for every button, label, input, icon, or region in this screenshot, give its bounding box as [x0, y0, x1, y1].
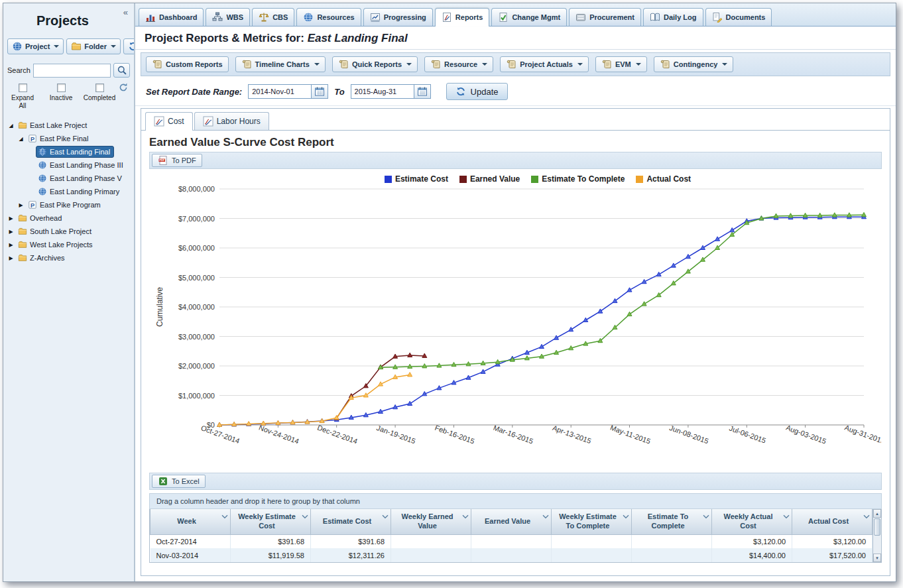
- subtab-cost[interactable]: Cost: [145, 112, 193, 131]
- quick-reports-button[interactable]: Quick Reports: [332, 56, 418, 72]
- to-excel-button[interactable]: To Excel: [152, 475, 206, 488]
- table-row[interactable]: Oct-27-2014$391.68$391.68$3,120.00$3,120…: [150, 534, 873, 548]
- folder-menu-button[interactable]: Folder: [66, 38, 121, 54]
- group-by-bar[interactable]: Drag a column header and drop it here to…: [149, 493, 882, 509]
- filter-expand-all[interactable]: Expand All: [7, 84, 38, 109]
- project-p-icon: P: [28, 134, 37, 143]
- column-menu-icon[interactable]: [462, 512, 469, 522]
- column-header-estimate-to-complete[interactable]: Estimate To Complete: [632, 509, 712, 534]
- tree-item-east-pike-final[interactable]: ◢PEast Pike Final: [5, 132, 133, 145]
- from-date-calendar-button[interactable]: [312, 84, 328, 99]
- tree-node: East Lake Project: [16, 119, 91, 131]
- search-icon: [117, 65, 127, 76]
- to-date-calendar-button[interactable]: [414, 84, 431, 99]
- chevron-down-icon: [54, 45, 59, 48]
- filter-inactive[interactable]: Inactive: [46, 84, 76, 109]
- column-header-actual-cost[interactable]: Actual Cost: [792, 509, 873, 534]
- tab-resources[interactable]: Resources: [296, 8, 361, 26]
- svg-text:$5,000,000: $5,000,000: [178, 274, 215, 282]
- to-pdf-button[interactable]: PDF To PDF: [152, 154, 202, 167]
- subtab-labor-hours[interactable]: Labor Hours: [194, 112, 269, 130]
- tree-expander-icon[interactable]: ▶: [7, 229, 15, 235]
- filter-completed[interactable]: Completed: [84, 84, 115, 109]
- svg-text:Dec-22-2014: Dec-22-2014: [316, 424, 359, 445]
- tab-procurement[interactable]: Procurement: [569, 8, 641, 26]
- sync-button[interactable]: [123, 38, 135, 54]
- column-header-week[interactable]: Week: [150, 509, 231, 534]
- column-header-weekly-estimate-to-complete[interactable]: Weekly Estimate To Complete: [552, 509, 632, 534]
- column-menu-icon[interactable]: [703, 512, 709, 522]
- update-button[interactable]: Update: [446, 83, 508, 100]
- globe-icon: [12, 41, 23, 52]
- tree-item-z-archives[interactable]: ▶Z-Archives: [5, 251, 133, 265]
- tree-item-overhead[interactable]: ▶Overhead: [5, 211, 133, 225]
- column-menu-icon[interactable]: [623, 512, 629, 522]
- report-scroll-icon: [241, 59, 252, 70]
- column-header-weekly-actual-cost[interactable]: Weekly Actual Cost: [712, 509, 792, 534]
- evm-button[interactable]: EVM: [595, 56, 647, 72]
- tree-expander-icon[interactable]: ▶: [7, 215, 15, 221]
- tree-item-east-landing-final[interactable]: East Landing Final: [5, 145, 133, 158]
- timeline-charts-button[interactable]: Timeline Charts: [235, 56, 326, 72]
- tab-reports[interactable]: Reports: [435, 8, 490, 27]
- checkbox[interactable]: [57, 84, 66, 92]
- tree-expander-icon[interactable]: ◢: [7, 123, 15, 129]
- grid-scrollbar[interactable]: ▲ ▼: [873, 509, 881, 562]
- tab-daily-log[interactable]: Daily Log: [643, 8, 703, 26]
- table-row[interactable]: Nov-03-2014$11,919.58$12,311.26$14,400.0…: [150, 548, 873, 562]
- checkbox[interactable]: [19, 84, 27, 92]
- report-scroll-icon: [660, 59, 670, 70]
- tree-item-west-lake-projects[interactable]: ▶West Lake Projects: [5, 238, 133, 251]
- project-actuals-button[interactable]: Project Actuals: [500, 56, 589, 72]
- search-input[interactable]: [33, 64, 111, 78]
- tree-item-east-landing-phase-v[interactable]: East Landing Phase V: [5, 172, 133, 185]
- folder-icon: [18, 121, 27, 130]
- tab-progressing[interactable]: Progressing: [363, 8, 433, 26]
- button-label: Project Actuals: [520, 60, 573, 68]
- scroll-up-arrow[interactable]: ▲: [873, 509, 881, 518]
- column-header-weekly-earned-value[interactable]: Weekly Earned Value: [391, 509, 471, 534]
- tree-expander-icon[interactable]: ▶: [7, 242, 15, 248]
- scroll-down-arrow[interactable]: ▼: [873, 554, 881, 562]
- svg-text:$8,000,000: $8,000,000: [178, 185, 215, 193]
- refresh-icon[interactable]: [118, 82, 129, 93]
- column-header-estimate-cost[interactable]: Estimate Cost: [311, 509, 391, 534]
- custom-reports-button[interactable]: Custom Reports: [146, 56, 229, 72]
- column-menu-icon[interactable]: [863, 512, 870, 522]
- resource-button[interactable]: Resource: [424, 56, 493, 72]
- tab-wbs[interactable]: WBS: [206, 8, 250, 26]
- tree-expander-icon[interactable]: ▶: [17, 202, 25, 208]
- tab-label: Procurement: [589, 13, 634, 21]
- tree-item-east-lake-project[interactable]: ◢East Lake Project: [5, 119, 133, 132]
- tree-expander-icon[interactable]: ▶: [7, 255, 15, 261]
- column-menu-icon[interactable]: [783, 512, 790, 522]
- scroll-track[interactable]: [873, 536, 881, 554]
- svg-text:Apr-13-2015: Apr-13-2015: [552, 424, 593, 445]
- column-menu-icon[interactable]: [221, 512, 228, 522]
- to-date-input[interactable]: [351, 84, 414, 99]
- column-label: Weekly Earned Value: [401, 512, 453, 530]
- tree-item-east-landing-primary[interactable]: East Landing Primary: [5, 185, 133, 198]
- from-date-input[interactable]: [248, 84, 312, 99]
- tree-expander-icon[interactable]: ◢: [17, 136, 25, 142]
- column-header-earned-value[interactable]: Earned Value: [471, 509, 552, 534]
- tab-dashboard[interactable]: Dashboard: [139, 8, 204, 26]
- search-button[interactable]: [113, 63, 130, 78]
- tree-item-east-landing-phase-iii[interactable]: East Landing Phase III: [5, 158, 133, 172]
- tree-item-east-pike-program[interactable]: ▶PEast Pike Program: [5, 198, 133, 211]
- sidebar-collapse-button[interactable]: «: [123, 7, 128, 17]
- tree-item-south-lake-project[interactable]: ▶South Lake Project: [5, 225, 133, 238]
- contingency-button[interactable]: Contingency: [654, 56, 734, 72]
- tab-cbs[interactable]: CBS: [252, 8, 294, 26]
- checkbox[interactable]: [95, 84, 104, 92]
- column-menu-icon[interactable]: [302, 512, 308, 522]
- column-header-weekly-estimate-cost[interactable]: Weekly Estimate Cost: [231, 509, 311, 534]
- tab-label: Documents: [726, 13, 766, 21]
- chevron-down-icon: [406, 63, 412, 66]
- scroll-thumb[interactable]: [874, 518, 880, 536]
- column-menu-icon[interactable]: [382, 512, 389, 522]
- tab-documents[interactable]: Documents: [705, 8, 772, 26]
- project-menu-button[interactable]: Project: [7, 38, 64, 54]
- tab-change-mgmt[interactable]: Change Mgmt: [491, 8, 567, 26]
- column-menu-icon[interactable]: [542, 512, 549, 522]
